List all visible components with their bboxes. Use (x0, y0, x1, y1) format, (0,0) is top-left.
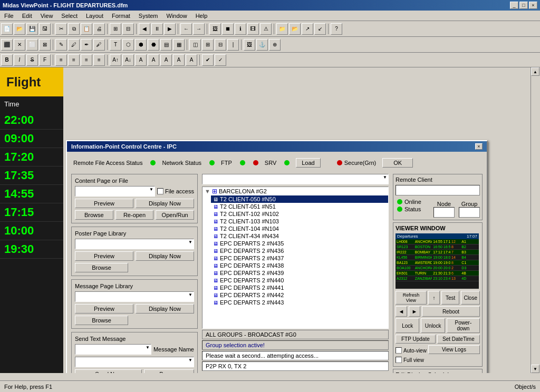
message-library-select[interactable] (75, 291, 194, 302)
menu-system[interactable]: System (137, 12, 160, 19)
tb-copy[interactable]: ⧉ (68, 23, 80, 35)
menu-edit[interactable]: Edit (20, 12, 34, 19)
tb-folder2[interactable]: 📂 (289, 23, 301, 35)
ipc-close-button[interactable]: × (475, 143, 483, 150)
tree-item-n442[interactable]: 🖥 EPC DEPARTS 2 #N442 (211, 291, 388, 299)
scroll-down-btn[interactable]: ▼ (531, 365, 539, 373)
poster-library-select[interactable] (75, 239, 194, 249)
poster-display-now-btn[interactable]: Display Now (136, 251, 194, 261)
content-open-run-btn[interactable]: Open/Run (156, 210, 194, 220)
content-reopen-btn[interactable]: Re-open (115, 210, 154, 220)
tree-item-n103[interactable]: 🖥 T2 CLIENT-103 #N103 (211, 218, 388, 225)
tree-item-n439[interactable]: 🖥 EPC DEPARTS 2 #N439 (211, 269, 388, 277)
tb-open[interactable]: 📂 (14, 23, 25, 35)
tb3-align-left[interactable]: ≡ (55, 54, 67, 66)
tb2-6[interactable]: 🖊 (68, 39, 80, 51)
tb-grid2[interactable]: ⊟ (122, 23, 134, 35)
top-select[interactable] (202, 174, 389, 184)
tb3-spell2[interactable]: ✓ (215, 54, 226, 66)
view-logs-btn[interactable]: View Logs (428, 345, 480, 354)
tb2-15[interactable]: ◫ (189, 39, 201, 51)
tree-item-n441[interactable]: 🖥 EPC DEPARTS 2 #N441 (211, 284, 388, 291)
vw-close-btn[interactable]: Close (461, 291, 480, 305)
tb2-16[interactable]: ⊞ (202, 39, 214, 51)
menu-window[interactable]: Window (165, 12, 189, 19)
tb-stop[interactable]: ⏹ (222, 23, 234, 35)
ftp-update-btn[interactable]: FTP Update (396, 335, 436, 344)
content-page-input[interactable] (75, 186, 155, 197)
menu-format[interactable]: Format (110, 12, 132, 19)
tb3-align-right[interactable]: ≡ (81, 54, 92, 66)
tb2-21[interactable]: ⊕ (269, 39, 281, 51)
tb3-size3[interactable]: A (148, 54, 159, 66)
tb-help[interactable]: ? (331, 23, 342, 35)
node-input[interactable]: 0 (433, 207, 455, 218)
window-controls[interactable]: _ □ × (510, 2, 537, 9)
tb-img[interactable]: 🖼 (209, 23, 221, 35)
menu-view[interactable]: View (38, 12, 55, 19)
left-nav-btn[interactable]: ◄ (396, 306, 407, 317)
tb2-4[interactable]: ⊠ (39, 39, 51, 51)
remote-client-input[interactable] (396, 185, 480, 195)
close-button[interactable]: × (529, 2, 537, 9)
right-nav-btn[interactable]: ► (409, 306, 420, 317)
menu-select[interactable]: Select (59, 12, 80, 19)
tb2-7[interactable]: ✒ (81, 39, 92, 51)
send-now-btn[interactable]: Send Now (75, 369, 142, 373)
up-btn[interactable]: ↑ (428, 291, 440, 305)
tree-item-n104[interactable]: 🖥 T2 CLIENT-104 #N104 (211, 225, 388, 232)
tree-item-n436[interactable]: 🖥 EPC DEPARTS 2 #N436 (211, 247, 388, 254)
tb3-align-center[interactable]: ≡ (68, 54, 80, 66)
tb2-11[interactable]: ⬢ (135, 39, 147, 51)
message-display-now-btn[interactable]: Display Now (136, 304, 194, 313)
tree-item-n51[interactable]: 🖥 T2 CLIENT-051 #N51 (211, 203, 388, 210)
tb3-size-up[interactable]: A↑ (110, 54, 121, 66)
load-button[interactable]: Load (296, 158, 320, 168)
tb2-5[interactable]: ✎ (55, 39, 67, 51)
tb3-size-dn[interactable]: A↓ (122, 54, 134, 66)
tree-item-n438[interactable]: 🖥 EPC DEPARTS 2 #N438 (211, 262, 388, 269)
reboot-btn[interactable]: Reboot (422, 306, 480, 317)
tb2-17[interactable]: ⊟ (215, 39, 226, 51)
scroll-up-btn[interactable]: ▲ (531, 67, 539, 76)
tb2-2[interactable]: ✕ (14, 39, 25, 51)
tb3-spell[interactable]: ✔ (202, 54, 214, 66)
content-display-now-btn[interactable]: Display Now (136, 199, 194, 208)
ok-button[interactable]: OK (382, 158, 413, 168)
tb-fwd[interactable]: → (193, 23, 205, 35)
tb-new[interactable]: 📄 (1, 23, 13, 35)
tb-folder[interactable]: 📁 (276, 23, 288, 35)
menu-help[interactable]: Help (194, 12, 210, 19)
client-tree[interactable]: ▼ ⊞ BARCELONA #G2 🖥 T2 CLIENT-050 #N50 (202, 187, 389, 329)
tb-back[interactable]: ← (180, 23, 192, 35)
auto-view-checkbox[interactable] (396, 347, 402, 354)
tb-film[interactable]: 🎞 (247, 23, 259, 35)
tb-grid[interactable]: ⊞ (110, 23, 121, 35)
tb3-font[interactable]: F (39, 54, 51, 66)
tb-paste[interactable]: 📋 (81, 23, 92, 35)
tb2-8[interactable]: 🖋 (93, 39, 105, 51)
tb2-1[interactable]: ⬛ (1, 39, 13, 51)
tb-warn[interactable]: ⚠ (260, 23, 272, 35)
tb-prev[interactable]: ◀ (139, 23, 150, 35)
tree-item-n434[interactable]: 🖥 T2 CLIENT-434 #N434 (211, 232, 388, 240)
tb-arrow[interactable]: ↗ (302, 23, 313, 35)
poster-preview-btn[interactable]: Preview (75, 251, 133, 261)
tb-cut[interactable]: ✂ (55, 23, 67, 35)
message-preview-btn[interactable]: Preview (75, 304, 133, 313)
tb2-19[interactable]: 🖼 (244, 39, 255, 51)
tb3-strike[interactable]: S (26, 54, 38, 66)
send-browse-btn[interactable]: Browse (144, 369, 194, 373)
tree-item-n440[interactable]: 🖥 EPC DEPARTS 2 #N440 (211, 277, 388, 284)
unlock-btn[interactable]: Unlock (421, 318, 445, 333)
tree-item-n50[interactable]: 🖥 T2 CLIENT-050 #N50 (211, 195, 388, 203)
refresh-view-btn[interactable]: Refresh View (396, 291, 427, 305)
tb-pause[interactable]: ⏸ (151, 23, 163, 35)
full-view-checkbox[interactable] (396, 357, 402, 363)
tb2-13[interactable]: ▤ (160, 39, 172, 51)
tb3-size5[interactable]: A (173, 54, 185, 66)
tb-info[interactable]: ℹ (235, 23, 246, 35)
power-down-btn[interactable]: Power-down (447, 318, 480, 333)
tree-item-n437[interactable]: 🖥 EPC DEPARTS 2 #N437 (211, 254, 388, 262)
tb3-size4[interactable]: A (160, 54, 172, 66)
